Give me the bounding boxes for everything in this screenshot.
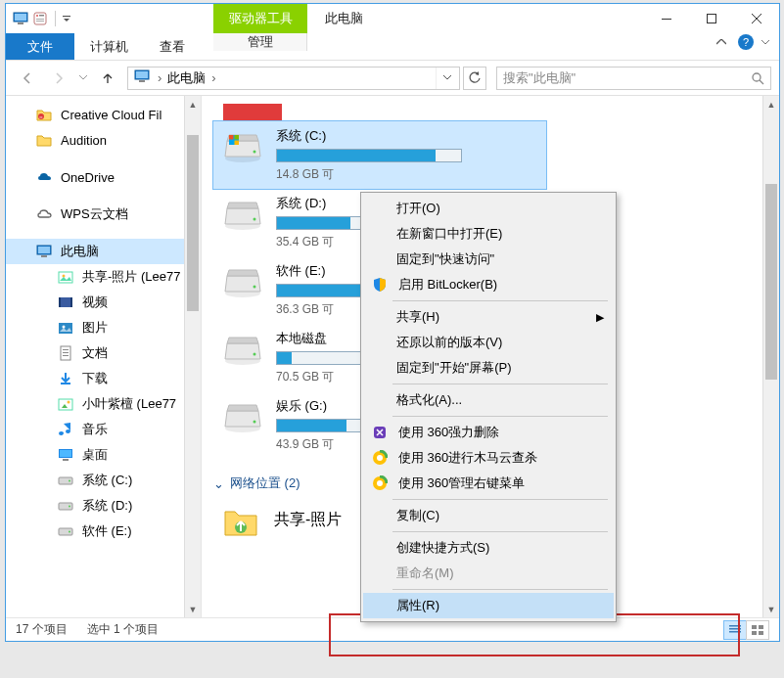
sidebar-item[interactable]: 下载 (6, 366, 201, 391)
address-dropdown-icon[interactable] (436, 68, 457, 89)
svg-rect-24 (70, 297, 72, 307)
sidebar-item[interactable]: 桌面 (6, 442, 201, 468)
context-menu-item[interactable]: 创建快捷方式(S) (363, 535, 614, 561)
svg-rect-46 (235, 135, 240, 140)
sidebar-item[interactable]: 视频 (6, 290, 201, 315)
sidebar-item-label: 此电脑 (61, 243, 99, 260)
context-menu-item[interactable]: 启用 BitLocker(B) (363, 272, 614, 297)
sidebar-item[interactable]: OneDrive (6, 164, 201, 190)
sidebar-item-label: 系统 (D:) (82, 497, 132, 515)
network-item-label: 共享-照片 (274, 510, 342, 530)
recent-dropdown-icon[interactable] (76, 65, 90, 92)
minimize-button[interactable] (644, 4, 689, 33)
svg-rect-5 (39, 15, 44, 17)
quick-access-toolbar (6, 10, 71, 27)
svg-rect-25 (59, 323, 72, 334)
context-menu-item[interactable]: 重命名(M) (363, 561, 614, 586)
context-menu-item[interactable]: 使用 360管理右键菜单 (363, 471, 614, 496)
context-menu-item[interactable]: 在新窗口中打开(E) (363, 221, 614, 247)
tab-computer[interactable]: 计算机 (74, 33, 144, 60)
menu-item-label: 属性(R) (396, 597, 439, 614)
help-dropdown-icon[interactable] (761, 40, 769, 45)
drive-item[interactable]: 系统 (C:) 14.8 GB 可 (213, 121, 546, 189)
help-icon[interactable]: ? (738, 34, 754, 50)
svg-point-51 (254, 218, 256, 221)
tab-view[interactable]: 查看 (144, 33, 201, 60)
sidebar-item[interactable]: 此电脑 (6, 239, 201, 264)
scroll-down-icon[interactable]: ▼ (185, 601, 201, 617)
icons-view-button[interactable] (746, 620, 769, 640)
usage-bar (276, 149, 462, 162)
context-menu-item[interactable]: 打开(O) (363, 196, 614, 221)
forward-button[interactable] (45, 65, 72, 92)
sidebar-item[interactable]: 图片 (6, 315, 201, 340)
sidebar-item-label: 图片 (82, 319, 108, 337)
up-button[interactable] (94, 65, 121, 92)
maximize-button[interactable] (689, 4, 734, 33)
tab-manage[interactable]: 管理 (213, 33, 307, 51)
hard-drive-icon (221, 195, 264, 234)
folder-audition-icon (35, 131, 53, 149)
sidebar-item[interactable]: 小叶紫檀 (Lee77 (6, 391, 201, 417)
close-button[interactable] (734, 4, 779, 33)
sidebar-item[interactable]: 文档 (6, 340, 201, 366)
chevron-down-icon: ⌄ (213, 476, 224, 491)
qat-dropdown-icon[interactable] (62, 10, 71, 27)
ribbon-collapse-icon[interactable] (713, 33, 730, 51)
videos-icon (57, 294, 74, 311)
properties-icon[interactable] (31, 10, 49, 27)
sidebar-item[interactable]: 系统 (C:) (6, 468, 201, 493)
sidebar-item[interactable]: 软件 (E:) (6, 519, 201, 544)
breadcrumb-root[interactable]: 此电脑 (163, 69, 209, 87)
context-menu-item[interactable]: 固定到"快速访问" (363, 247, 614, 272)
svg-rect-19 (41, 255, 47, 257)
svg-text:∞: ∞ (40, 114, 43, 119)
360-menu-icon (371, 475, 389, 492)
sidebar-item[interactable]: WPS云文档 (6, 202, 201, 227)
search-input[interactable]: 搜索"此电脑" (496, 67, 771, 90)
sidebar-item-label: 音乐 (82, 421, 108, 438)
svg-rect-6 (36, 19, 44, 20)
menu-item-label: 共享(H) (396, 308, 439, 326)
scroll-down-icon[interactable]: ▼ (763, 601, 779, 617)
sidebar: ▲ ▼ ∞Creative Cloud FilAuditionOneDriveW… (6, 96, 202, 617)
context-menu-item[interactable]: 格式化(A)... (363, 387, 614, 413)
content-scrollbar[interactable]: ▲ ▼ (762, 96, 779, 617)
context-menu-item[interactable]: 使用 360进行木马云查杀 (363, 445, 614, 471)
scrollbar-thumb[interactable] (765, 184, 777, 380)
window-controls (644, 4, 779, 33)
svg-point-42 (69, 531, 70, 533)
svg-point-14 (753, 73, 761, 81)
context-menu-item[interactable]: 使用 360强力删除 (363, 420, 614, 445)
back-button[interactable] (14, 65, 41, 92)
context-menu-item[interactable]: 共享(H)▶ (363, 304, 614, 330)
menu-item-label: 格式化(A)... (396, 391, 462, 409)
scrollbar-thumb[interactable] (187, 135, 199, 311)
refresh-button[interactable] (463, 67, 486, 90)
svg-rect-23 (59, 297, 61, 307)
ribbon-context-tab: 驱动器工具 (213, 4, 307, 33)
breadcrumb-sep-icon[interactable]: › (209, 70, 217, 85)
context-menu-item[interactable]: 还原以前的版本(V) (363, 330, 614, 355)
sidebar-item[interactable]: 共享-照片 (Lee77 (6, 264, 201, 290)
svg-rect-8 (63, 16, 70, 17)
menu-separator (392, 531, 608, 532)
context-menu-item[interactable]: 复制(C) (363, 503, 614, 528)
svg-point-70 (377, 480, 383, 486)
sidebar-scrollbar[interactable]: ▲ ▼ (184, 96, 201, 617)
sidebar-item[interactable]: Audition (6, 127, 201, 153)
address-bar[interactable]: › 此电脑 › (127, 67, 460, 90)
breadcrumb-sep-icon[interactable]: › (156, 70, 163, 85)
tab-file[interactable]: 文件 (6, 33, 74, 60)
sidebar-item[interactable]: 音乐 (6, 417, 201, 442)
menu-separator (392, 384, 608, 384)
svg-rect-28 (63, 349, 69, 350)
sidebar-item[interactable]: ∞Creative Cloud Fil (6, 102, 201, 127)
scroll-up-icon[interactable]: ▲ (763, 96, 779, 113)
sidebar-item[interactable]: 系统 (D:) (6, 493, 201, 519)
svg-rect-64 (752, 631, 757, 635)
scroll-up-icon[interactable]: ▲ (185, 96, 201, 113)
context-menu-item[interactable]: 固定到"开始"屏幕(P) (363, 355, 614, 381)
desktop-icon (57, 446, 74, 464)
context-menu-item[interactable]: 属性(R) (363, 593, 614, 618)
